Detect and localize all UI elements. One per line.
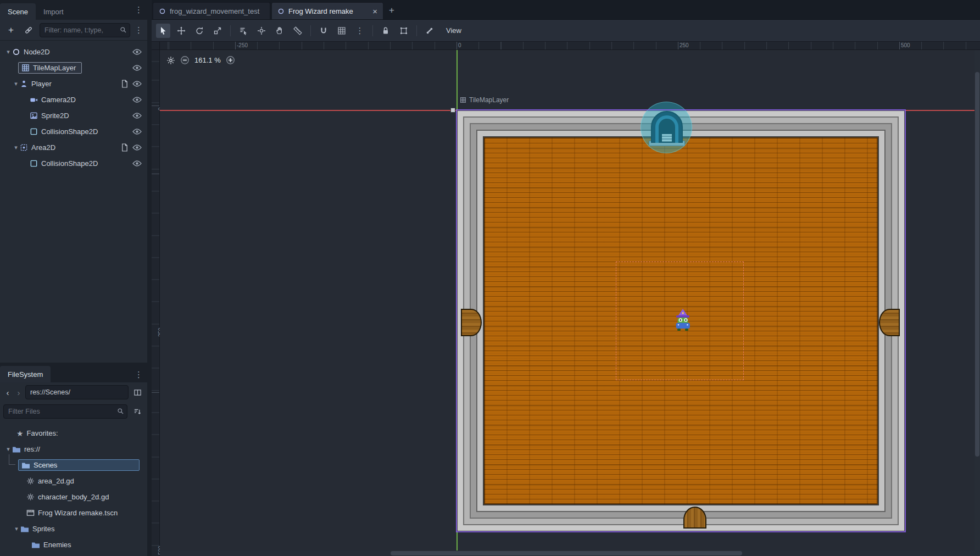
lock-button[interactable]: [378, 24, 393, 38]
fs-row-scenes[interactable]: Scenes: [0, 457, 147, 473]
scene-tree-menu-icon[interactable]: ⋮: [135, 26, 143, 34]
visibility-eye-icon[interactable]: [132, 128, 142, 135]
snap-options-button[interactable]: ⋮: [353, 24, 367, 38]
add-node-button[interactable]: +: [4, 24, 18, 37]
ruler-label: 500: [901, 42, 910, 48]
visibility-eye-icon[interactable]: [132, 144, 142, 151]
pan-hand-icon: [275, 26, 284, 35]
area-icon: [20, 143, 28, 152]
tab-scene[interactable]: Scene: [0, 3, 36, 20]
visibility-eye-icon[interactable]: [132, 96, 142, 103]
filesystem-menu-icon[interactable]: ⋮: [135, 370, 143, 379]
fs-row-character-body-2d-gd[interactable]: character_body_2d.gd: [0, 489, 147, 505]
vertical-scrollbar-thumb[interactable]: [975, 72, 979, 457]
sort-files-button[interactable]: [131, 405, 144, 418]
split-view-button[interactable]: [131, 386, 144, 399]
vertical-scrollbar[interactable]: [975, 50, 980, 556]
visibility-eye-icon[interactable]: [132, 80, 142, 87]
scene-tab-frog-wizard-remake[interactable]: Frog Wizard remake ×: [271, 2, 383, 19]
fs-row-res[interactable]: ▾ res://: [0, 441, 147, 457]
scene-root-icon: [159, 8, 166, 15]
selected-folder-box[interactable]: Scenes: [18, 459, 140, 471]
selected-node-box[interactable]: TileMapLayer: [18, 62, 82, 74]
scene-tab-frog-wizard-movement-test[interactable]: frog_wizard_movement_test: [153, 2, 270, 19]
new-scene-tab-button[interactable]: +: [385, 3, 399, 18]
fs-row-enemies[interactable]: Enemies: [0, 537, 147, 553]
visibility-eye-icon[interactable]: [132, 48, 142, 55]
node-origin-handle[interactable]: [450, 108, 455, 113]
wooden-door-bottom: [683, 507, 706, 529]
collapse-arrow-icon[interactable]: ▾: [4, 48, 12, 55]
scale-tool-button[interactable]: [210, 24, 225, 38]
scene-filter-input[interactable]: [40, 23, 130, 37]
canvas-viewport[interactable]: TileMapLayer: [160, 50, 980, 556]
fs-row-frog-wizard-remake-tscn[interactable]: Frog Wizard remake.tscn: [0, 505, 147, 521]
forward-arrow-icon[interactable]: ›: [14, 388, 23, 397]
list-select-button[interactable]: [236, 24, 250, 38]
godot-editor-window: Scene Import ⋮ + ⋮: [0, 0, 980, 556]
view-menu-button[interactable]: View: [441, 24, 467, 37]
fs-label: Frog Wizard remake.tscn: [38, 509, 118, 517]
scene-tree-row-tilemaplayer[interactable]: TileMapLayer: [0, 60, 147, 76]
fs-row-area-2d-gd[interactable]: area_2d.gd: [0, 473, 147, 489]
smart-snap-button[interactable]: [316, 24, 331, 38]
collision-shape-icon: [30, 127, 38, 136]
scene-tree-row-collisionshape2d-2[interactable]: CollisionShape2D: [0, 155, 147, 171]
dock-menu-icon[interactable]: ⋮: [135, 5, 143, 14]
scene-tree-row-sprite2d[interactable]: Sprite2D: [0, 108, 147, 124]
dock-gutter[interactable]: [147, 0, 152, 556]
center-view-icon[interactable]: [166, 56, 175, 65]
move-tool-button[interactable]: [174, 24, 188, 38]
visibility-eye-icon[interactable]: [132, 160, 142, 167]
skeleton-options-button[interactable]: [422, 24, 437, 38]
area2d-collision-circle: [641, 102, 692, 153]
grid-snap-button[interactable]: [335, 24, 349, 38]
zoom-percentage[interactable]: 161.1 %: [194, 56, 221, 64]
scene-tree-row-area2d[interactable]: ▾ Area2D: [0, 140, 147, 155]
search-icon: [117, 408, 124, 415]
horizontal-scrollbar[interactable]: [160, 551, 975, 556]
collapse-arrow-icon[interactable]: ▾: [13, 525, 20, 532]
pan-tool-button[interactable]: [272, 24, 287, 38]
collapse-arrow-icon[interactable]: ▾: [4, 446, 12, 453]
fs-row-sprites[interactable]: ▾ Sprites: [0, 521, 147, 537]
visibility-eye-icon[interactable]: [132, 64, 142, 71]
zoom-out-icon[interactable]: [180, 55, 190, 65]
rotate-tool-button[interactable]: [192, 24, 207, 38]
ruler-tool-button[interactable]: [291, 24, 305, 38]
tab-import[interactable]: Import: [36, 3, 71, 20]
filesystem-tree: ★ Favorites: ▾ res:// Scenes: [0, 421, 147, 556]
tab-filesystem[interactable]: FileSystem: [0, 366, 51, 382]
left-dock: Scene Import ⋮ + ⋮: [0, 0, 147, 556]
horizontal-scrollbar-thumb[interactable]: [391, 551, 742, 555]
back-arrow-icon[interactable]: ‹: [3, 388, 12, 397]
ruler-label: -250: [237, 42, 248, 48]
scene-tree-row-player[interactable]: ▾ Player: [0, 76, 147, 92]
group-button[interactable]: [397, 24, 411, 38]
script-icon[interactable]: [121, 143, 128, 152]
script-icon[interactable]: [121, 80, 128, 88]
file-filter-input[interactable]: [3, 404, 127, 419]
select-tool-button[interactable]: [156, 24, 170, 38]
path-input[interactable]: [25, 385, 129, 399]
pivot-tool-button[interactable]: [254, 24, 269, 38]
collapse-arrow-icon[interactable]: ▾: [12, 144, 20, 151]
close-tab-icon[interactable]: ×: [372, 7, 377, 16]
zoom-in-icon[interactable]: [226, 55, 235, 65]
camera-limits-rect: [616, 262, 744, 380]
list-select-icon: [239, 26, 248, 35]
ruler-icon: [293, 26, 302, 35]
scene-tree-row-node2d[interactable]: ▾ Node2D: [0, 44, 147, 60]
folder-icon: [31, 541, 40, 549]
scene-tree-row-camera2d[interactable]: Camera2D: [0, 92, 147, 108]
camera-icon: [30, 96, 38, 104]
visibility-eye-icon[interactable]: [132, 112, 142, 119]
lock-icon: [381, 26, 390, 35]
scene-root-icon: [277, 8, 285, 15]
scene-tree-row-collisionshape2d[interactable]: CollisionShape2D: [0, 124, 147, 140]
scene-file-icon: [26, 509, 35, 517]
folder-icon: [21, 462, 30, 469]
collapse-arrow-icon[interactable]: ▾: [12, 80, 20, 87]
instance-scene-button[interactable]: [22, 24, 35, 37]
fs-row-favorites[interactable]: ★ Favorites:: [0, 425, 147, 441]
